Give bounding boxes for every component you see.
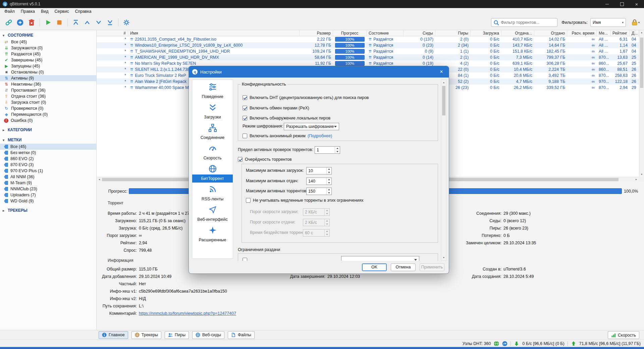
menu-item[interactable]: Вид bbox=[38, 8, 52, 15]
settings-nav-webui[interactable]: Веб-интерфейс bbox=[192, 204, 233, 225]
spin-up-icon[interactable] bbox=[327, 167, 331, 171]
menu-item[interactable]: Файл bbox=[1, 8, 18, 15]
column-header-uploaded[interactable]: Отдано bbox=[534, 30, 567, 36]
settings-nav-behavior[interactable]: Поведение bbox=[192, 81, 233, 102]
table-vertical-scrollbar[interactable]: ▴ ▾ bbox=[639, 30, 644, 177]
search-input[interactable] bbox=[491, 18, 557, 27]
lsd-checkbox[interactable] bbox=[243, 116, 247, 120]
dialog-title-bar[interactable]: Настройки × bbox=[189, 66, 449, 78]
ok-button[interactable]: OK bbox=[362, 263, 387, 271]
delete-button[interactable] bbox=[26, 17, 37, 28]
settings-scrollbar[interactable]: ▴ ▾ bbox=[441, 80, 446, 261]
max-uploads-spinner[interactable]: 140 bbox=[306, 178, 332, 185]
sidebar-item[interactable]: !Ошибка (0) bbox=[0, 117, 96, 123]
spin-down-icon[interactable] bbox=[327, 181, 331, 185]
close-button[interactable]: × bbox=[629, 0, 644, 8]
settings-nav-downloads[interactable]: Загрузки bbox=[192, 102, 233, 122]
max-active-spinner[interactable]: 150 bbox=[306, 188, 332, 195]
column-header-tags[interactable]: Ме... bbox=[597, 30, 611, 36]
checks-limit-spinner[interactable]: 1 bbox=[315, 146, 340, 154]
anonymous-checkbox[interactable] bbox=[243, 134, 247, 138]
scroll-down-icon[interactable]: ▾ bbox=[441, 256, 446, 259]
sidebar-item[interactable]: ■Остановлены (0) bbox=[0, 69, 96, 75]
tab-speed[interactable]: Скорость bbox=[608, 331, 639, 339]
tab-peers[interactable]: Пиры bbox=[165, 331, 189, 339]
lock-icon[interactable]: ▾ bbox=[630, 17, 641, 28]
sidebar-item[interactable]: ▶Запущены (45) bbox=[0, 63, 96, 69]
sidebar-item[interactable]: Без метки (0) bbox=[0, 150, 96, 156]
queue-down-button[interactable] bbox=[93, 17, 104, 28]
sidebar-item[interactable]: ⇊Загружаются (0) bbox=[0, 45, 96, 51]
tab-webseeds[interactable]: Веб-сиды bbox=[192, 331, 224, 339]
sidebar-item[interactable]: NNMClub (23) bbox=[0, 186, 96, 192]
tab-files[interactable]: Файлы bbox=[228, 331, 255, 339]
seeding-limit-checkbox[interactable] bbox=[243, 258, 247, 261]
sidebar-section-header[interactable]: ▾СОСТОЯНИЕ bbox=[0, 32, 96, 39]
sidebar-item[interactable]: ⇄Все (45) bbox=[0, 39, 96, 45]
column-header-eta[interactable]: Расч. время bbox=[567, 30, 597, 36]
sidebar-item[interactable]: ⇧Отдача стоит (36) bbox=[0, 93, 96, 99]
queue-top-button[interactable] bbox=[70, 17, 81, 28]
tab-trackers[interactable]: Трекеры bbox=[131, 331, 161, 339]
column-header-up[interactable]: Отдача... bbox=[501, 30, 534, 36]
column-header-ratio[interactable]: Рейтинг bbox=[611, 30, 630, 36]
settings-nav-advanced[interactable]: Расширенные bbox=[192, 225, 233, 245]
sidebar-item[interactable]: ✔Завершены (45) bbox=[0, 57, 96, 63]
column-header-name[interactable]: Имя bbox=[128, 30, 300, 36]
torrent-row[interactable]: *⇈T_SHAWSHANK_REDEMPTION_1994_UHD_HDR109… bbox=[97, 48, 639, 54]
sidebar-item[interactable]: 870 EVO (3) bbox=[0, 162, 96, 168]
sidebar-item[interactable]: ↻Проверяются (0) bbox=[0, 105, 96, 111]
settings-nav-rss[interactable]: RSS-ленты bbox=[192, 184, 233, 204]
sidebar-section-header[interactable]: ▸КАТЕГОРИИ bbox=[0, 126, 96, 134]
tab-general[interactable]: Главное bbox=[99, 331, 128, 339]
column-header-added[interactable]: Д... bbox=[630, 30, 639, 36]
torrent-row[interactable]: *⇈Windows10_Enterprise_LTSC_2019_v1809_b… bbox=[97, 42, 639, 48]
seeding-limit-select[interactable] bbox=[341, 256, 419, 261]
queue-up-button[interactable] bbox=[82, 17, 93, 28]
encryption-select[interactable]: Разрешать шифрование bbox=[284, 123, 339, 130]
sidebar-section-header[interactable]: ▸ТРЕКЕРЫ bbox=[0, 207, 96, 214]
anonymous-more-link[interactable]: (Подробнее) bbox=[308, 134, 332, 138]
sidebar-item[interactable]: Все (45) bbox=[0, 144, 96, 150]
column-header-progress[interactable]: Прогресс bbox=[333, 30, 367, 36]
menu-item[interactable]: Правка bbox=[18, 8, 38, 15]
settings-nav-bittorrent[interactable]: БитТоррент bbox=[192, 163, 233, 184]
spin-down-icon[interactable] bbox=[327, 171, 331, 174]
sidebar-item[interactable]: 860 EVO (2) bbox=[0, 156, 96, 162]
download-speed-text[interactable]: 0 Б/с [96,6 МБ/с] (0 Б) bbox=[522, 341, 564, 346]
scroll-up-icon[interactable]: ▴ bbox=[441, 81, 446, 84]
menu-item[interactable]: Справка bbox=[72, 8, 94, 15]
scroll-right-icon[interactable]: ▸ bbox=[635, 178, 638, 181]
slow-torrents-checkbox[interactable] bbox=[246, 198, 251, 203]
sidebar-item[interactable]: ⇅Неактивны (36) bbox=[0, 81, 96, 87]
torrent-row[interactable]: *⇈22631.3155_Compact_x64_by_Flibustier.i… bbox=[97, 36, 639, 42]
resume-button[interactable] bbox=[43, 17, 53, 28]
column-header-dl[interactable]: Загрузка bbox=[471, 30, 501, 36]
sidebar-item[interactable]: M-Team (9) bbox=[0, 180, 96, 186]
scrollbar-thumb[interactable] bbox=[640, 38, 643, 88]
sidebar-item[interactable]: ◆Перемещаются (0) bbox=[0, 111, 96, 117]
column-header-num[interactable]: # bbox=[97, 30, 128, 36]
spin-up-icon[interactable] bbox=[335, 147, 340, 150]
sidebar-item[interactable]: ⇈Раздаются (45) bbox=[0, 51, 96, 57]
upload-speed-text[interactable]: 71,8 МБ/с [96,6 МБ/с] (11,97 ГБ) bbox=[579, 341, 641, 346]
sidebar-section-header[interactable]: ▾МЕТКИ bbox=[0, 136, 96, 144]
queueing-checkbox[interactable] bbox=[238, 157, 243, 162]
spin-down-icon[interactable] bbox=[335, 150, 340, 153]
column-header-state[interactable]: Состояние bbox=[367, 30, 404, 36]
settings-nav-speed[interactable]: Скорость bbox=[192, 143, 233, 163]
sidebar-item[interactable]: ⇩Загрузка стоит (0) bbox=[0, 99, 96, 105]
filter-select[interactable]: Имя▾ bbox=[590, 18, 626, 27]
minimize-button[interactable] bbox=[600, 0, 614, 8]
column-header-size[interactable]: Размер bbox=[300, 30, 333, 36]
spin-up-icon[interactable] bbox=[327, 178, 331, 181]
comment-link[interactable]: https://nnmclub.to/forum/viewtopic.php?p… bbox=[139, 311, 236, 316]
pex-checkbox[interactable] bbox=[243, 106, 247, 110]
options-gear-button[interactable] bbox=[121, 17, 132, 28]
sidebar-item[interactable]: WD Gold (9) bbox=[0, 198, 96, 204]
sidebar-item[interactable]: All NNM (36) bbox=[0, 174, 96, 180]
settings-nav-connection[interactable]: Соединение bbox=[192, 122, 233, 143]
dialog-close-button[interactable]: × bbox=[434, 66, 449, 78]
cancel-button[interactable]: Отмена bbox=[391, 263, 416, 271]
scrollbar-thumb[interactable] bbox=[442, 86, 445, 115]
